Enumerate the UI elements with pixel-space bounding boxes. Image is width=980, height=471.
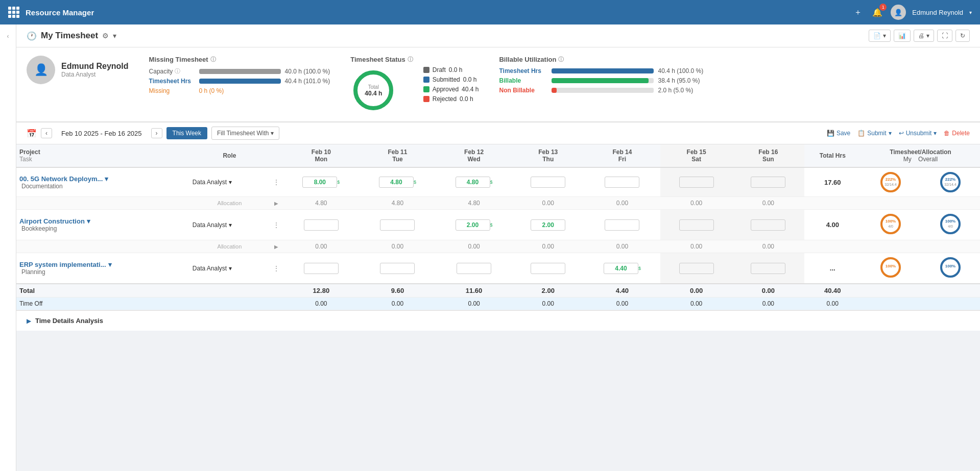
actions-cell-erp: ⋮ <box>270 253 283 284</box>
thu-input-erp[interactable] <box>531 263 565 274</box>
settings-icon[interactable]: ⚙ <box>102 32 109 40</box>
role-select-erp[interactable]: Data Analyst ▾ <box>193 265 267 272</box>
svg-text:4/0: 4/0 <box>888 225 893 228</box>
svg-text:100%: 100% <box>886 219 896 224</box>
excel-export-button[interactable]: 📊 <box>894 30 911 42</box>
print-button[interactable]: 🖨 ▾ <box>914 30 934 42</box>
submit-button[interactable]: 📋 Submit ▾ <box>857 130 891 137</box>
alloc-play-ac: ▶ <box>270 240 283 253</box>
project-name-5g[interactable]: 00. 5G Network Deploym... ▾ <box>19 175 186 183</box>
alloc-label-cell-ac <box>16 240 189 253</box>
this-week-button[interactable]: This Week <box>166 127 207 139</box>
role-select-ac[interactable]: Data Analyst ▾ <box>193 221 267 229</box>
timesheet-hrs-fill <box>199 79 281 84</box>
alloc-tue-ac: 0.00 <box>360 240 436 253</box>
unsubmit-icon: ↩ <box>899 130 904 137</box>
sun-input-erp[interactable] <box>751 263 785 274</box>
total-my <box>861 284 921 298</box>
svg-text:32/14.4: 32/14.4 <box>944 183 956 186</box>
thu-cell-ac <box>512 210 584 240</box>
sun-input-ac[interactable] <box>751 219 785 231</box>
time-details-section[interactable]: ▶ Time Details Analysis <box>16 310 980 331</box>
tue-input-5g[interactable] <box>379 177 414 188</box>
fri-input-ac[interactable] <box>605 219 639 231</box>
pdf-export-button[interactable]: 📄 ▾ <box>869 30 891 42</box>
approved-legend: Approved 40.4 h <box>423 86 479 93</box>
row-actions-ac[interactable]: ⋮ <box>273 221 280 229</box>
alloc-thu-5g: 0.00 <box>512 197 584 210</box>
mon-input-5g[interactable] <box>302 177 337 188</box>
unsubmit-button[interactable]: ↩ Unsubmit ▾ <box>899 130 937 137</box>
toolbar-right: 💾 Save 📋 Submit ▾ ↩ Unsubmit ▾ 🗑 Delete <box>827 130 970 137</box>
expand-icon-erp[interactable]: ▾ <box>108 261 112 268</box>
refresh-button[interactable]: ↻ <box>955 30 970 42</box>
sun-input-5g[interactable] <box>751 177 785 188</box>
wed-input-erp[interactable] <box>457 263 491 274</box>
next-week-button[interactable]: › <box>151 128 162 138</box>
sat-cell-ac <box>660 210 732 240</box>
user-menu-chevron[interactable]: ▾ <box>969 10 972 15</box>
capacity-bar <box>199 69 281 74</box>
timeoff-actions-cell <box>270 298 283 310</box>
svg-text:100%: 100% <box>945 219 955 224</box>
overall-alloc-cell-ac: 100% 4/0 <box>920 210 980 240</box>
page-chevron-icon[interactable]: ▾ <box>113 32 116 40</box>
fill-timesheet-button[interactable]: Fill Timesheet With ▾ <box>211 127 279 140</box>
play-icon-5g[interactable]: ▶ <box>274 201 278 206</box>
timeoff-sun: 0.00 <box>732 298 804 310</box>
sat-input-5g[interactable] <box>679 177 714 188</box>
sat-input-erp[interactable] <box>679 263 714 274</box>
user-full-name: Edmund Reynold <box>61 62 129 71</box>
donut-label: Total 40.4 h <box>365 84 382 97</box>
my-alloc-cell-5g: 222% 32/14.4 <box>861 167 921 197</box>
status-info-icon[interactable]: ⓘ <box>408 56 413 63</box>
project-cell-erp: ERP system implementati... ▾ Planning <box>16 253 189 284</box>
grid-menu-icon[interactable] <box>8 7 19 18</box>
fri-input-5g[interactable] <box>605 177 639 188</box>
project-name-erp[interactable]: ERP system implementati... ▾ <box>19 261 186 268</box>
notification-wrap[interactable]: 🔔 1 <box>870 6 885 19</box>
ts-hrs-util-bar <box>552 68 654 73</box>
capacity-info-icon[interactable]: ⓘ <box>175 67 180 75</box>
missing-info-icon[interactable]: ⓘ <box>210 56 216 63</box>
thu-input-5g[interactable] <box>531 177 565 188</box>
alloc-tue-5g: 4.80 <box>360 197 436 210</box>
fri-input-erp[interactable] <box>604 263 638 274</box>
role-select-5g[interactable]: Data Analyst ▾ <box>193 179 267 186</box>
timeoff-label-cell: Time Off <box>16 298 189 310</box>
row-actions-erp[interactable]: ⋮ <box>273 264 280 272</box>
missing-row: Missing 0 h (0 %) <box>149 87 330 94</box>
sidebar-back-arrow[interactable]: ‹ <box>5 31 11 42</box>
missing-label: Missing <box>149 87 195 94</box>
info-section: 👤 Edmund Reynold Data Analyst Missing Ti… <box>16 47 980 122</box>
delete-button[interactable]: 🗑 Delete <box>944 130 970 137</box>
sat-input-ac[interactable] <box>679 219 714 231</box>
submitted-label: Submitted <box>433 76 460 83</box>
project-expand-icon[interactable]: ▾ <box>105 175 108 183</box>
wed-input-5g[interactable] <box>456 177 490 188</box>
submit-icon: 📋 <box>857 130 865 137</box>
wed-input-ac[interactable] <box>456 219 490 231</box>
notification-badge: 1 <box>879 4 887 11</box>
thu-input-ac[interactable] <box>531 219 565 231</box>
tue-input-ac[interactable] <box>380 219 415 231</box>
row-actions-5g[interactable]: ⋮ <box>273 178 280 186</box>
mon-input-erp[interactable] <box>304 263 339 274</box>
billable-info-icon[interactable]: ⓘ <box>558 56 564 63</box>
add-button[interactable]: ＋ <box>852 5 864 20</box>
fullscreen-button[interactable]: ⛶ <box>937 30 952 42</box>
rejected-value: 0.0 h <box>460 95 473 103</box>
mon-input-ac[interactable] <box>304 219 339 231</box>
tue-input-erp[interactable] <box>380 263 415 274</box>
total-sun: 0.00 <box>732 284 804 298</box>
play-icon-ac[interactable]: ▶ <box>274 244 278 250</box>
total-role-cell <box>189 284 270 298</box>
capacity-fill <box>199 69 281 74</box>
save-button[interactable]: 💾 Save <box>827 130 850 137</box>
project-name-ac[interactable]: Airport Construction ▾ <box>19 217 186 225</box>
my-alloc-cell-ac: 100% 4/0 <box>861 210 921 240</box>
prev-week-button[interactable]: ‹ <box>41 128 52 138</box>
expand-icon-ac[interactable]: ▾ <box>87 217 90 225</box>
svg-point-15 <box>941 215 960 233</box>
timesheet-table-wrap: Project Task Role Feb 10 Mon Feb 11 Tue <box>16 144 980 310</box>
